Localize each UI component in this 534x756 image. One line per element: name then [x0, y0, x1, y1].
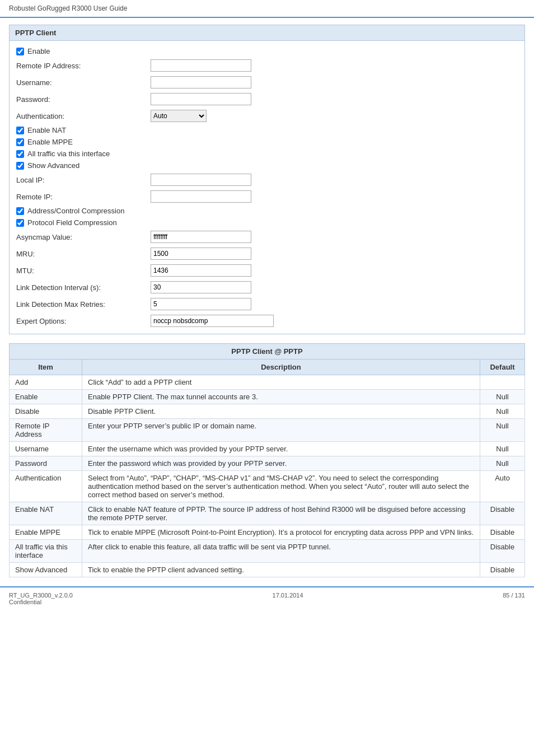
expert-options-label: Expert Options:	[16, 317, 151, 325]
table-row: Enable MPPETick to enable MPPE (Microsof…	[10, 525, 525, 540]
footer-center: 17.01.2014	[273, 592, 303, 605]
show-advanced-row: Show Advanced	[16, 160, 518, 171]
pptp-table-container: PPTP Client @ PPTP Item Description Defa…	[9, 343, 525, 577]
enable-label: Enable	[27, 47, 50, 55]
table-cell-default: Null	[480, 442, 525, 456]
mtu-input[interactable]	[151, 264, 251, 277]
username-input[interactable]	[151, 76, 251, 88]
link-detection-max-retries-label: Link Detection Max Retries:	[16, 300, 151, 309]
address-control-compression-label: Address/Control Compression	[27, 207, 124, 215]
mru-input[interactable]	[151, 248, 251, 260]
table-cell-description: Click “Add” to add a PPTP client	[82, 375, 480, 390]
password-input[interactable]	[151, 93, 251, 105]
link-detection-max-retries-row: Link Detection Max Retries:	[16, 296, 518, 312]
table-cell-description: Enter the username which was provided by…	[82, 442, 480, 456]
table-cell-default	[480, 375, 525, 390]
protocol-field-compression-label: Protocol Field Compression	[27, 218, 117, 227]
address-control-compression-checkbox[interactable]	[16, 207, 24, 215]
table-cell-description: Select from “Auto”, “PAP”, “CHAP”, “MS-C…	[82, 471, 480, 502]
page-header: Robustel GoRugged R3000 User Guide	[0, 0, 534, 18]
main-content: PPTP Client Enable Remote IP Address: Us…	[0, 25, 534, 577]
link-detection-interval-label: Link Detection Interval (s):	[16, 283, 151, 292]
table-cell-item: Password	[10, 456, 82, 471]
table-cell-item: All traffic via this interface	[10, 540, 82, 563]
table-cell-item: Authentication	[10, 471, 82, 502]
table-cell-item: Enable NAT	[10, 502, 82, 525]
table-cell-item: Username	[10, 442, 82, 456]
enable-mppe-checkbox[interactable]	[16, 138, 24, 146]
protocol-field-compression-row: Protocol Field Compression	[16, 217, 518, 228]
local-ip-row: Local IP:	[16, 171, 518, 188]
mtu-label: MTU:	[16, 267, 151, 275]
expert-options-row: Expert Options:	[16, 312, 518, 329]
password-row: Password:	[16, 91, 518, 108]
table-cell-description: Click to enable NAT feature of PPTP. The…	[82, 502, 480, 525]
link-detection-interval-input[interactable]	[151, 281, 251, 293]
table-cell-item: Add	[10, 375, 82, 390]
pptp-client-body: Enable Remote IP Address: Username: Pass…	[10, 41, 524, 334]
remote-ip-label: Remote IP:	[16, 193, 151, 201]
table-row: PasswordEnter the password which was pro…	[10, 456, 525, 471]
password-label: Password:	[16, 95, 151, 104]
table-row: Show AdvancedTick to enable the PPTP cli…	[10, 563, 525, 577]
table-cell-default: Null	[480, 404, 525, 419]
username-row: Username:	[16, 74, 518, 91]
authentication-select[interactable]: Auto PAP CHAP MS-CHAP v1 MS-CHAP v2	[151, 110, 207, 122]
remote-ip-address-row: Remote IP Address:	[16, 57, 518, 74]
remote-ip-address-label: Remote IP Address:	[16, 62, 151, 70]
protocol-field-compression-checkbox[interactable]	[16, 219, 24, 227]
authentication-label: Authentication:	[16, 112, 151, 120]
table-cell-item: Enable	[10, 390, 82, 404]
table-cell-item: Show Advanced	[10, 563, 82, 577]
asyncmap-value-label: Asyncmap Value:	[16, 233, 151, 241]
table-cell-description: Tick to enable MPPE (Microsoft Point-to-…	[82, 525, 480, 540]
enable-mppe-row: Enable MPPE	[16, 136, 518, 148]
table-cell-description: Enable PPTP Client. The max tunnel accou…	[82, 390, 480, 404]
table-cell-default: Disable	[480, 540, 525, 563]
asyncmap-value-input[interactable]	[151, 231, 251, 243]
link-detection-interval-row: Link Detection Interval (s):	[16, 279, 518, 296]
table-cell-item: Enable MPPE	[10, 525, 82, 540]
table-cell-item: Disable	[10, 404, 82, 419]
show-advanced-checkbox[interactable]	[16, 162, 24, 170]
all-traffic-row: All traffic via this interface	[16, 148, 518, 160]
table-row: Remote IP AddressEnter your PPTP server’…	[10, 419, 525, 442]
local-ip-label: Local IP:	[16, 176, 151, 184]
table-cell-default: Disable	[480, 502, 525, 525]
table-row: AddClick “Add” to add a PPTP client	[10, 375, 525, 390]
all-traffic-label: All traffic via this interface	[27, 150, 110, 158]
username-label: Username:	[16, 78, 151, 87]
table-title: PPTP Client @ PPTP	[10, 344, 525, 360]
table-row: All traffic via this interfaceAfter clic…	[10, 540, 525, 563]
footer-line1: RT_UG_R3000_v.2.0.0	[9, 592, 73, 599]
authentication-row: Authentication: Auto PAP CHAP MS-CHAP v1…	[16, 108, 518, 124]
local-ip-input[interactable]	[151, 174, 251, 186]
table-cell-description: Tick to enable the PPTP client advanced …	[82, 563, 480, 577]
col-header-desc: Description	[82, 360, 480, 375]
table-cell-default: Disable	[480, 525, 525, 540]
footer-line2: Confidential	[9, 599, 73, 605]
enable-nat-checkbox[interactable]	[16, 127, 24, 134]
table-cell-description: Enter your PPTP server’s public IP or do…	[82, 419, 480, 442]
enable-checkbox[interactable]	[16, 48, 24, 55]
pptp-table: PPTP Client @ PPTP Item Description Defa…	[9, 343, 525, 577]
table-cell-description: Disable PPTP Client.	[82, 404, 480, 419]
remote-ip-input[interactable]	[151, 190, 251, 203]
table-row: AuthenticationSelect from “Auto”, “PAP”,…	[10, 471, 525, 502]
enable-nat-label: Enable NAT	[27, 126, 66, 134]
all-traffic-checkbox[interactable]	[16, 150, 24, 158]
pptp-client-box: PPTP Client Enable Remote IP Address: Us…	[9, 25, 525, 334]
remote-ip-address-input[interactable]	[151, 59, 251, 72]
remote-ip-row: Remote IP:	[16, 188, 518, 205]
col-header-item: Item	[10, 360, 82, 375]
footer-right: 85 / 131	[503, 592, 525, 605]
table-cell-description: Enter the password which was provided by…	[82, 456, 480, 471]
enable-row: Enable	[16, 45, 518, 57]
link-detection-max-retries-input[interactable]	[151, 298, 251, 310]
enable-nat-row: Enable NAT	[16, 124, 518, 136]
expert-options-input[interactable]	[151, 315, 274, 327]
table-row: DisableDisable PPTP Client.Null	[10, 404, 525, 419]
mtu-row: MTU:	[16, 262, 518, 279]
address-control-compression-row: Address/Control Compression	[16, 205, 518, 217]
footer-left: RT_UG_R3000_v.2.0.0 Confidential	[9, 592, 73, 605]
